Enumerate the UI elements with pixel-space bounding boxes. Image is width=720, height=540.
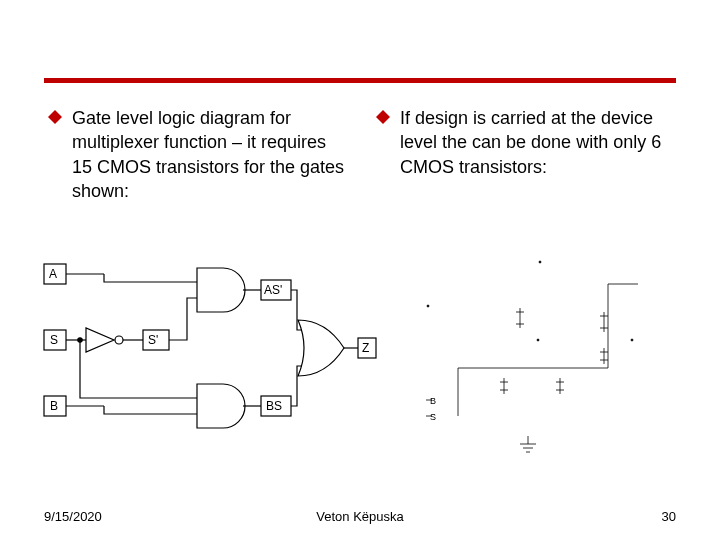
- diamond-bullet-icon: [48, 110, 62, 124]
- label-s: S: [50, 333, 58, 347]
- left-body-text: Gate level logic diagram for multiplexer…: [72, 106, 348, 203]
- footer-author: Veton Këpuska: [44, 509, 676, 524]
- diamond-bullet-icon: [376, 110, 390, 124]
- label-z: Z: [362, 341, 369, 355]
- label-b-right: B: [430, 396, 436, 406]
- label-as-not: AS': [264, 283, 282, 297]
- svg-point-12: [537, 339, 539, 341]
- svg-point-11: [427, 305, 429, 307]
- label-b: B: [50, 399, 58, 413]
- svg-point-5: [115, 336, 123, 344]
- svg-marker-1: [376, 110, 390, 124]
- label-a: A: [49, 267, 57, 281]
- label-bs: BS: [266, 399, 282, 413]
- right-body-text: If design is carried at the device level…: [400, 106, 676, 179]
- title-separator: [44, 78, 676, 83]
- svg-point-14: [631, 339, 633, 341]
- svg-point-8: [78, 338, 82, 342]
- label-s-not: S': [148, 333, 158, 347]
- svg-marker-0: [48, 110, 62, 124]
- right-column: If design is carried at the device level…: [372, 106, 676, 203]
- gate-level-diagram: A S B S' AS' BS Z: [40, 260, 380, 450]
- label-s-right: S: [430, 412, 436, 422]
- left-column: Gate level logic diagram for multiplexer…: [44, 106, 348, 203]
- svg-point-13: [539, 261, 541, 263]
- transistor-level-diagram: B S: [388, 248, 688, 458]
- slide-footer: 9/15/2020 Veton Këpuska 30: [44, 509, 676, 524]
